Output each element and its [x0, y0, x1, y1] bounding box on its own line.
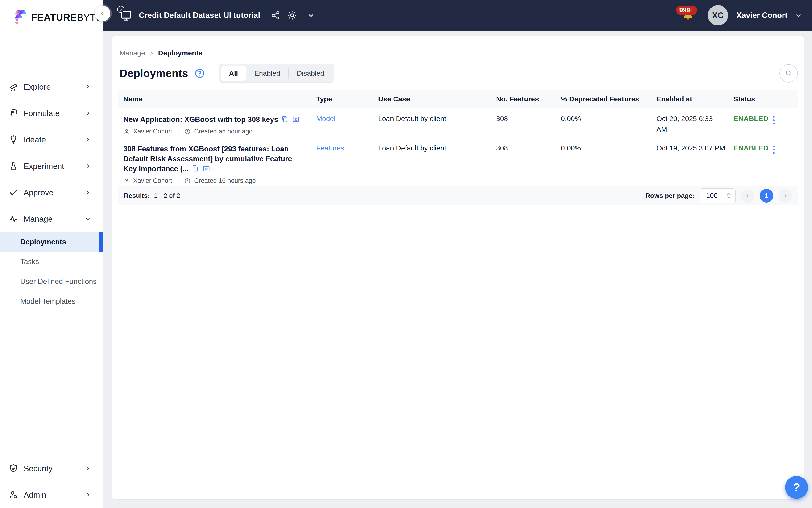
help-fab-button[interactable]: ? — [785, 476, 808, 499]
svg-text:ID: ID — [205, 167, 208, 171]
sidebar-item-user-defined-functions[interactable]: User Defined Functions — [0, 272, 102, 292]
chevron-down-icon — [84, 215, 91, 222]
user-name[interactable]: Xavier Conort — [736, 11, 787, 20]
copy-id-icon[interactable]: ID — [202, 165, 210, 173]
sidebar-item-deployments[interactable]: Deployments — [0, 232, 102, 252]
table-row: 308 Features from XGBoost [293 features:… — [118, 138, 798, 186]
sidebar-item-approve[interactable]: Approve — [0, 179, 102, 206]
lightbulb-icon — [8, 135, 18, 144]
sidebar-item-explore[interactable]: Explore — [0, 74, 102, 100]
tab-enabled[interactable]: Enabled — [246, 66, 288, 81]
sidebar-item-tasks[interactable]: Tasks — [0, 252, 102, 272]
svg-text:ID: ID — [295, 118, 297, 121]
row-actions-kebab-icon[interactable] — [772, 115, 775, 126]
table-footer: Results: 1 - 2 of 2 Rows per page: 100 1 — [118, 186, 798, 205]
clock-icon — [184, 128, 191, 135]
row-created: Created an hour ago — [194, 128, 253, 135]
featurebyte-logo-mark — [14, 6, 28, 29]
breadcrumb: Manage > Deployments — [120, 49, 798, 57]
previous-page-button[interactable] — [741, 189, 755, 203]
deployments-page-card: Manage > Deployments Deployments All Ena… — [112, 36, 804, 499]
copy-icon[interactable] — [281, 115, 288, 123]
chevron-right-icon — [84, 491, 91, 498]
column-header-enabled-at: Enabled at — [657, 95, 733, 103]
page-number-button[interactable]: 1 — [760, 189, 773, 203]
search-button[interactable] — [779, 64, 798, 83]
chevron-right-icon — [84, 83, 91, 90]
clock-icon — [184, 178, 191, 184]
status-filter-tabs: All Enabled Disabled — [219, 64, 334, 83]
chevron-right-icon — [84, 163, 91, 170]
notification-count-badge: 999+ — [676, 6, 697, 15]
column-header-type: Type — [316, 95, 378, 103]
checkmark-icon — [8, 187, 18, 198]
copy-id-icon[interactable]: ID — [292, 115, 300, 123]
tab-all[interactable]: All — [221, 66, 246, 81]
sidebar-item-model-templates[interactable]: Model Templates — [0, 292, 102, 311]
project-selector[interactable]: Credit Default Dataset UI tutorial — [120, 9, 315, 22]
help-circle-icon[interactable] — [194, 68, 205, 79]
sidebar-item-security[interactable]: Security — [0, 455, 102, 481]
chevron-right-icon — [84, 136, 91, 143]
flask-icon — [8, 161, 18, 171]
row-use-case: Loan Default by client — [378, 109, 496, 138]
activity-pulse-icon — [8, 214, 18, 224]
column-header-status: Status — [733, 95, 798, 103]
column-header-deprecated: % Deprecated Features — [561, 95, 657, 103]
user-menu-chevron-down-icon[interactable] — [795, 11, 803, 19]
avatar[interactable]: XC — [708, 5, 728, 26]
chevron-right-icon — [84, 189, 91, 196]
type-link[interactable]: Features — [316, 144, 344, 152]
sidebar-item-formulate[interactable]: Formulate — [0, 100, 102, 126]
notifications-bell-icon[interactable]: 999+ — [681, 7, 694, 23]
rows-per-page-select[interactable]: 100 — [700, 188, 736, 203]
row-owner: Xavier Conort — [133, 177, 172, 184]
project-title[interactable]: Credit Default Dataset UI tutorial — [139, 11, 260, 20]
project-chevron-down-icon[interactable] — [307, 11, 315, 19]
tab-disabled[interactable]: Disabled — [289, 66, 332, 81]
user-search-icon — [8, 490, 18, 500]
breadcrumb-manage[interactable]: Manage — [120, 49, 145, 57]
sidebar-item-admin[interactable]: Admin — [0, 481, 102, 508]
share-icon[interactable] — [271, 10, 280, 20]
column-header-use-case: Use Case — [378, 95, 496, 103]
row-no-features: 308 — [496, 138, 561, 186]
row-created: Created 16 hours ago — [194, 177, 256, 184]
status-badge: ENABLED — [733, 144, 769, 152]
type-link[interactable]: Model — [316, 115, 335, 122]
sidebar-item-experiment[interactable]: Experiment — [0, 153, 102, 179]
user-icon — [123, 178, 130, 184]
table-header-row: Name Type Use Case No. Features % Deprec… — [118, 90, 798, 109]
table-row: New Application: XGBoost with top 308 ke… — [118, 109, 798, 138]
row-enabled-at: Oct 19, 2025 3:07 PM — [657, 138, 733, 186]
row-deprecated: 0.00% — [561, 109, 657, 138]
row-use-case: Loan Default by client — [378, 138, 496, 186]
select-stepper-icon — [726, 193, 731, 199]
chevron-right-icon — [84, 465, 91, 472]
row-enabled-at: Oct 20, 2025 6:33 AM — [657, 109, 733, 138]
sidebar-collapse-button[interactable] — [95, 6, 110, 21]
user-icon — [123, 128, 130, 135]
deployment-monitor-icon — [120, 9, 133, 22]
featurebyte-logo: FEATUREBYTE — [0, 0, 102, 29]
breadcrumb-separator: > — [150, 49, 153, 57]
search-icon — [785, 69, 793, 77]
next-page-button[interactable] — [778, 189, 792, 203]
head-gear-icon — [8, 108, 18, 118]
row-owner: Xavier Conort — [133, 128, 172, 135]
deployment-name-link[interactable]: New Application: XGBoost with top 308 ke… — [123, 115, 278, 124]
top-bar: Credit Default Dataset UI tutorial — [102, 0, 812, 31]
rows-per-page-label: Rows per page: — [645, 192, 694, 200]
copy-icon[interactable] — [191, 165, 199, 173]
shield-check-icon — [8, 463, 18, 473]
sidebar-item-ideate[interactable]: Ideate — [0, 126, 102, 153]
telescope-icon — [8, 82, 18, 92]
deployments-table: Name Type Use Case No. Features % Deprec… — [118, 90, 798, 205]
column-header-no-features: No. Features — [496, 95, 561, 103]
column-header-name: Name — [118, 95, 316, 103]
sidebar-item-manage[interactable]: Manage — [0, 206, 102, 232]
row-actions-kebab-icon[interactable] — [772, 144, 775, 155]
row-no-features: 308 — [496, 109, 561, 138]
breadcrumb-deployments: Deployments — [158, 49, 202, 57]
sidebar: FEATUREBYTE Explore Formulate — [0, 0, 102, 508]
